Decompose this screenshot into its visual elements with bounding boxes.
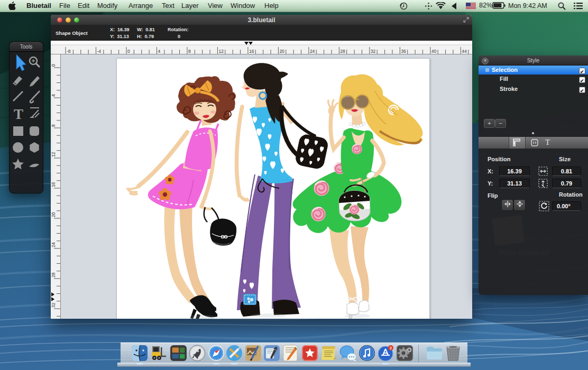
svg-text:8: 8 xyxy=(51,124,56,127)
svg-text:16: 16 xyxy=(51,182,56,187)
svg-text:24: 24 xyxy=(310,49,315,54)
svg-text:16: 16 xyxy=(249,49,254,54)
svg-text:0: 0 xyxy=(51,64,56,67)
svg-text:T: T xyxy=(14,106,23,122)
svg-text:-4: -4 xyxy=(97,49,102,54)
svg-text:8: 8 xyxy=(188,49,191,54)
svg-text:20: 20 xyxy=(279,49,284,54)
svg-text:4: 4 xyxy=(158,49,160,54)
svg-text:24: 24 xyxy=(51,242,56,247)
svg-text:12: 12 xyxy=(51,152,56,157)
svg-text:-8: -8 xyxy=(67,49,71,54)
svg-text:32: 32 xyxy=(371,49,376,54)
svg-text:28: 28 xyxy=(340,49,345,54)
svg-text:44: 44 xyxy=(462,49,467,54)
svg-text:36: 36 xyxy=(401,49,406,54)
svg-text:40: 40 xyxy=(431,49,437,54)
svg-text:0: 0 xyxy=(127,49,130,54)
svg-text:2: 2 xyxy=(390,346,392,350)
svg-text:28: 28 xyxy=(51,272,56,278)
svg-text:4: 4 xyxy=(51,94,56,97)
svg-text:20: 20 xyxy=(51,212,56,217)
svg-text:12: 12 xyxy=(218,49,224,54)
svg-text:32: 32 xyxy=(51,302,56,308)
